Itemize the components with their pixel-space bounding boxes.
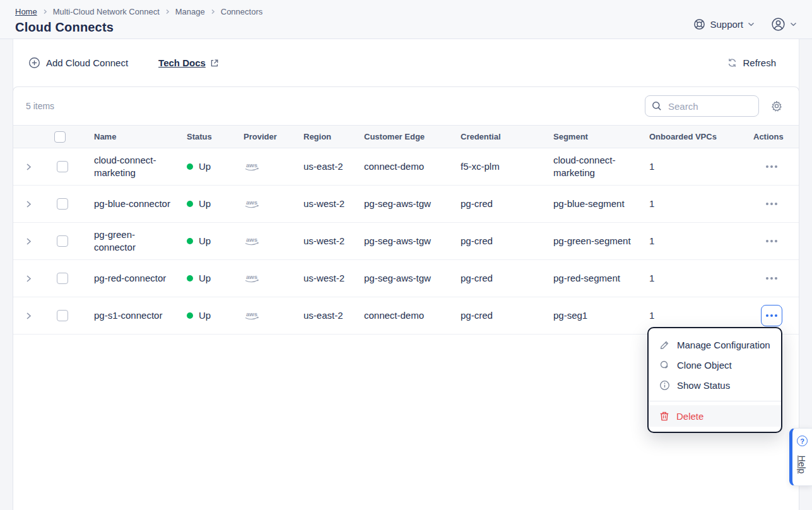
refresh-button[interactable]: Refresh: [727, 57, 784, 68]
row-checkbox[interactable]: [57, 273, 68, 284]
cell-actions: [753, 150, 799, 183]
aws-provider-icon: aws: [244, 198, 298, 210]
chevron-down-icon: [790, 22, 797, 27]
row-checkbox[interactable]: [57, 198, 68, 210]
tech-docs-link[interactable]: Tech Docs: [158, 57, 219, 68]
column-header-onboarded-vpcs[interactable]: Onboarded VPCs: [649, 132, 753, 141]
column-header-customer-edge[interactable]: Customer Edge: [364, 132, 461, 141]
svg-text:aws: aws: [246, 236, 257, 243]
table-row: pg-green-connector Up aws us-west-2 pg-s…: [13, 223, 799, 260]
cell-credential: pg-cred: [461, 229, 553, 253]
row-checkbox[interactable]: [57, 161, 68, 172]
menu-item-manage-configuration[interactable]: Manage Configuration: [649, 335, 781, 355]
select-all-checkbox-cell: [49, 131, 76, 143]
breadcrumb-home[interactable]: Home: [15, 7, 37, 16]
chevron-right-icon: [210, 9, 216, 15]
help-tab[interactable]: ? Help: [789, 428, 812, 486]
menu-item-show-status[interactable]: Show Status: [649, 375, 781, 395]
search-input[interactable]: [667, 100, 752, 112]
row-actions-button[interactable]: [761, 156, 782, 177]
svg-text:aws: aws: [246, 199, 257, 206]
table-toolbar: 5 items: [13, 87, 799, 125]
row-actions-button[interactable]: [761, 230, 782, 252]
status-up-dot: [187, 275, 193, 282]
cell-credential: f5-xc-plm: [461, 155, 553, 179]
pencil-icon: [659, 340, 670, 350]
cell-onboarded-vpcs: 1: [649, 266, 753, 290]
row-checkbox-cell: [49, 193, 76, 215]
menu-item-label: Manage Configuration: [677, 340, 770, 350]
cell-region: us-west-2: [303, 266, 364, 290]
cell-status: Up: [187, 192, 244, 216]
cloud-connects-table-card: 5 items Na: [13, 86, 799, 510]
row-actions-button[interactable]: [761, 268, 782, 289]
expand-row-button[interactable]: [13, 157, 49, 177]
column-header-name[interactable]: Name: [76, 132, 187, 141]
table-header-row: Name Status Provider Region Customer Edg…: [13, 125, 799, 148]
account-menu[interactable]: [771, 17, 797, 32]
column-header-actions: Actions: [753, 132, 799, 141]
cell-status: Up: [187, 304, 244, 328]
column-header-credential[interactable]: Credential: [461, 132, 553, 141]
cell-status: Up: [187, 229, 244, 253]
cell-region: us-east-2: [303, 155, 364, 179]
clone-icon: [659, 360, 670, 371]
row-checkbox-cell: [49, 155, 76, 178]
cell-name: pg-red-connector: [76, 266, 187, 290]
select-all-checkbox[interactable]: [54, 131, 66, 143]
cell-actions: [753, 187, 799, 220]
cell-credential: pg-cred: [461, 304, 553, 328]
aws-provider-icon: aws: [244, 235, 298, 247]
column-header-status[interactable]: Status: [187, 132, 244, 141]
row-checkbox[interactable]: [57, 310, 68, 321]
cell-customer-edge: pg-seg-aws-tgw: [364, 266, 461, 290]
cell-provider: aws: [244, 267, 303, 290]
top-bar-left: Home Multi-Cloud Network Connect Manage …: [15, 6, 262, 39]
svg-text:aws: aws: [246, 273, 257, 280]
menu-item-delete[interactable]: Delete: [649, 405, 781, 427]
action-toolbar: Add Cloud Connect Tech Docs: [13, 39, 799, 86]
breadcrumb-item[interactable]: Manage: [175, 7, 205, 16]
lifebuoy-icon: [693, 18, 705, 30]
column-header-provider[interactable]: Provider: [244, 132, 303, 141]
breadcrumb-item[interactable]: Connectors: [221, 7, 262, 16]
breadcrumb: Home Multi-Cloud Network Connect Manage …: [15, 6, 262, 17]
help-label: Help: [797, 456, 807, 474]
table-row: pg-red-connector Up aws us-west-2 pg-seg…: [13, 260, 799, 297]
chevron-right-icon: [42, 9, 48, 15]
add-cloud-connect-label: Add Cloud Connect: [46, 57, 128, 68]
cell-customer-edge: pg-seg-aws-tgw: [364, 192, 461, 216]
cell-region: us-west-2: [303, 229, 364, 253]
add-cloud-connect-button[interactable]: Add Cloud Connect: [28, 57, 128, 69]
expand-row-button[interactable]: [13, 269, 49, 288]
column-header-segment[interactable]: Segment: [553, 132, 649, 141]
cell-region: us-west-2: [303, 192, 364, 216]
chevron-down-icon: [748, 22, 755, 27]
status-up-dot: [187, 312, 193, 319]
cell-status: Up: [187, 155, 244, 179]
expand-row-button[interactable]: [13, 194, 49, 214]
table-row: cloud-connect-marketing Up aws us-east-2…: [13, 148, 799, 186]
expand-row-button[interactable]: [13, 306, 49, 326]
row-checkbox[interactable]: [57, 235, 68, 247]
row-actions-button[interactable]: [761, 305, 782, 326]
column-header-region[interactable]: Region: [303, 132, 364, 141]
menu-item-label: Delete: [676, 411, 703, 422]
breadcrumb-item[interactable]: Multi-Cloud Network Connect: [53, 7, 160, 16]
main-content: Add Cloud Connect Tech Docs: [13, 39, 799, 510]
cell-name: cloud-connect-marketing: [76, 148, 187, 185]
cell-onboarded-vpcs: 1: [649, 192, 753, 216]
row-actions-context-menu: Manage Configuration Clone Object Show S…: [647, 327, 782, 433]
gear-icon[interactable]: [771, 100, 782, 112]
menu-item-clone-object[interactable]: Clone Object: [649, 355, 781, 375]
plus-circle-icon: [28, 57, 40, 69]
support-menu[interactable]: Support: [693, 18, 755, 30]
status-up-dot: [187, 201, 193, 207]
cell-name: pg-s1-connector: [76, 304, 187, 328]
expand-row-button[interactable]: [13, 232, 49, 251]
row-actions-button[interactable]: [761, 193, 782, 215]
top-bar-right: Support: [693, 9, 797, 39]
search-box: [645, 95, 759, 117]
top-bar: Home Multi-Cloud Network Connect Manage …: [0, 0, 812, 39]
aws-provider-icon: aws: [244, 310, 298, 322]
